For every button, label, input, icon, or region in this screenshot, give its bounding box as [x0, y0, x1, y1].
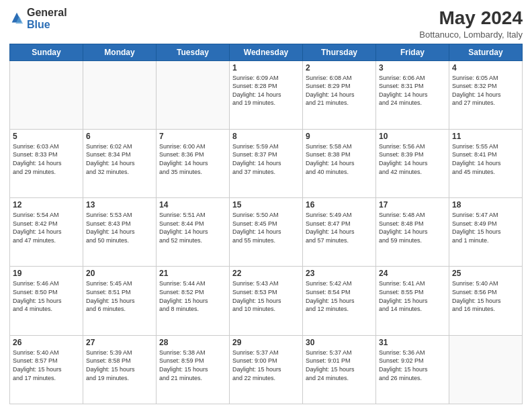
table-row: 22Sunrise: 5:43 AM Sunset: 8:53 PM Dayli…	[230, 267, 303, 335]
table-row: 17Sunrise: 5:48 AM Sunset: 8:48 PM Dayli…	[376, 198, 449, 267]
day-number: 27	[86, 338, 153, 347]
day-detail: Sunrise: 5:36 AM Sunset: 9:02 PM Dayligh…	[379, 349, 446, 382]
header: General Blue May 2024 Bottanuco, Lombard…	[9, 7, 523, 40]
day-number: 7	[159, 132, 226, 141]
table-row: 10Sunrise: 5:56 AM Sunset: 8:39 PM Dayli…	[376, 129, 449, 197]
day-detail: Sunrise: 5:49 AM Sunset: 8:47 PM Dayligh…	[306, 211, 373, 244]
table-row: 13Sunrise: 5:53 AM Sunset: 8:43 PM Dayli…	[83, 198, 157, 267]
table-row: 15Sunrise: 5:50 AM Sunset: 8:45 PM Dayli…	[230, 198, 303, 267]
table-row: 26Sunrise: 5:40 AM Sunset: 8:57 PM Dayli…	[10, 335, 83, 404]
logo-text: General Blue	[27, 7, 67, 30]
day-detail: Sunrise: 5:40 AM Sunset: 8:56 PM Dayligh…	[452, 279, 519, 313]
day-number: 4	[452, 63, 519, 73]
day-detail: Sunrise: 5:50 AM Sunset: 8:45 PM Dayligh…	[232, 211, 300, 244]
day-number: 2	[306, 63, 373, 73]
day-number: 28	[159, 338, 226, 347]
day-number: 24	[379, 269, 446, 278]
col-tuesday: Tuesday	[157, 44, 230, 60]
day-detail: Sunrise: 5:37 AM Sunset: 9:01 PM Dayligh…	[306, 349, 373, 382]
table-row: 31Sunrise: 5:36 AM Sunset: 9:02 PM Dayli…	[376, 335, 449, 404]
title-block: May 2024 Bottanuco, Lombardy, Italy	[419, 7, 523, 40]
day-number: 16	[306, 200, 373, 210]
logo-general-text: General	[27, 7, 67, 19]
day-detail: Sunrise: 6:00 AM Sunset: 8:36 PM Dayligh…	[159, 142, 226, 176]
table-row: 8Sunrise: 5:59 AM Sunset: 8:37 PM Daylig…	[230, 129, 303, 197]
day-number: 14	[159, 200, 226, 210]
table-row: 14Sunrise: 5:51 AM Sunset: 8:44 PM Dayli…	[157, 198, 230, 267]
table-row: 25Sunrise: 5:40 AM Sunset: 8:56 PM Dayli…	[449, 267, 523, 335]
table-row: 4Sunrise: 6:05 AM Sunset: 8:32 PM Daylig…	[449, 60, 523, 129]
day-number: 6	[86, 132, 153, 141]
day-number: 18	[452, 200, 519, 210]
day-number: 23	[306, 269, 373, 278]
day-detail: Sunrise: 5:46 AM Sunset: 8:50 PM Dayligh…	[13, 279, 80, 313]
table-row: 24Sunrise: 5:41 AM Sunset: 8:55 PM Dayli…	[376, 267, 449, 335]
day-detail: Sunrise: 5:56 AM Sunset: 8:39 PM Dayligh…	[379, 142, 446, 176]
day-detail: Sunrise: 5:53 AM Sunset: 8:43 PM Dayligh…	[86, 211, 153, 244]
col-thursday: Thursday	[303, 44, 376, 60]
table-row: 28Sunrise: 5:38 AM Sunset: 8:59 PM Dayli…	[157, 335, 230, 404]
col-monday: Monday	[83, 44, 157, 60]
calendar-week-row: 19Sunrise: 5:46 AM Sunset: 8:50 PM Dayli…	[10, 267, 523, 335]
day-detail: Sunrise: 5:55 AM Sunset: 8:41 PM Dayligh…	[452, 142, 519, 176]
day-number: 30	[306, 338, 373, 347]
day-number: 25	[452, 269, 519, 278]
table-row: 29Sunrise: 5:37 AM Sunset: 9:00 PM Dayli…	[230, 335, 303, 404]
table-row: 30Sunrise: 5:37 AM Sunset: 9:01 PM Dayli…	[303, 335, 376, 404]
table-row: 21Sunrise: 5:44 AM Sunset: 8:52 PM Dayli…	[157, 267, 230, 335]
day-number: 19	[13, 269, 80, 278]
day-number: 13	[86, 200, 153, 210]
day-number: 29	[232, 338, 300, 347]
day-detail: Sunrise: 5:51 AM Sunset: 8:44 PM Dayligh…	[159, 211, 226, 244]
day-number: 15	[232, 200, 300, 210]
day-number: 17	[379, 200, 446, 210]
table-row: 20Sunrise: 5:45 AM Sunset: 8:51 PM Dayli…	[83, 267, 157, 335]
day-detail: Sunrise: 5:45 AM Sunset: 8:51 PM Dayligh…	[86, 279, 153, 313]
table-row	[157, 60, 230, 129]
col-saturday: Saturday	[449, 44, 523, 60]
day-detail: Sunrise: 5:43 AM Sunset: 8:53 PM Dayligh…	[232, 279, 300, 313]
calendar-header-row: Sunday Monday Tuesday Wednesday Thursday…	[10, 44, 523, 60]
day-detail: Sunrise: 5:44 AM Sunset: 8:52 PM Dayligh…	[159, 279, 226, 313]
day-number: 31	[379, 338, 446, 347]
day-number: 11	[452, 132, 519, 141]
table-row: 5Sunrise: 6:03 AM Sunset: 8:33 PM Daylig…	[10, 129, 83, 197]
table-row: 2Sunrise: 6:08 AM Sunset: 8:29 PM Daylig…	[303, 60, 376, 129]
table-row: 9Sunrise: 5:58 AM Sunset: 8:38 PM Daylig…	[303, 129, 376, 197]
table-row	[10, 60, 83, 129]
day-detail: Sunrise: 6:05 AM Sunset: 8:32 PM Dayligh…	[452, 74, 519, 107]
day-number: 12	[13, 200, 80, 210]
day-detail: Sunrise: 5:39 AM Sunset: 8:58 PM Dayligh…	[86, 349, 153, 382]
calendar-week-row: 1Sunrise: 6:09 AM Sunset: 8:28 PM Daylig…	[10, 60, 523, 129]
day-number: 9	[306, 132, 373, 141]
calendar-week-row: 5Sunrise: 6:03 AM Sunset: 8:33 PM Daylig…	[10, 129, 523, 197]
table-row: 27Sunrise: 5:39 AM Sunset: 8:58 PM Dayli…	[83, 335, 157, 404]
day-detail: Sunrise: 5:47 AM Sunset: 8:49 PM Dayligh…	[452, 211, 519, 244]
calendar-week-row: 26Sunrise: 5:40 AM Sunset: 8:57 PM Dayli…	[10, 335, 523, 404]
day-detail: Sunrise: 6:06 AM Sunset: 8:31 PM Dayligh…	[379, 74, 446, 107]
day-number: 26	[13, 338, 80, 347]
table-row: 3Sunrise: 6:06 AM Sunset: 8:31 PM Daylig…	[376, 60, 449, 129]
col-friday: Friday	[376, 44, 449, 60]
day-number: 8	[232, 132, 300, 141]
table-row: 6Sunrise: 6:02 AM Sunset: 8:34 PM Daylig…	[83, 129, 157, 197]
calendar-table: Sunday Monday Tuesday Wednesday Thursday…	[9, 44, 523, 404]
table-row	[83, 60, 157, 129]
day-detail: Sunrise: 6:02 AM Sunset: 8:34 PM Dayligh…	[86, 142, 153, 176]
day-number: 22	[232, 269, 300, 278]
day-number: 3	[379, 63, 446, 73]
table-row: 18Sunrise: 5:47 AM Sunset: 8:49 PM Dayli…	[449, 198, 523, 267]
day-detail: Sunrise: 5:42 AM Sunset: 8:54 PM Dayligh…	[306, 279, 373, 313]
day-detail: Sunrise: 6:09 AM Sunset: 8:28 PM Dayligh…	[232, 74, 300, 107]
day-number: 21	[159, 269, 226, 278]
location-subtitle: Bottanuco, Lombardy, Italy	[419, 30, 523, 40]
day-detail: Sunrise: 6:03 AM Sunset: 8:33 PM Dayligh…	[13, 142, 80, 176]
day-detail: Sunrise: 5:41 AM Sunset: 8:55 PM Dayligh…	[379, 279, 446, 313]
day-detail: Sunrise: 5:40 AM Sunset: 8:57 PM Dayligh…	[13, 349, 80, 382]
table-row: 23Sunrise: 5:42 AM Sunset: 8:54 PM Dayli…	[303, 267, 376, 335]
table-row: 12Sunrise: 5:54 AM Sunset: 8:42 PM Dayli…	[10, 198, 83, 267]
day-number: 20	[86, 269, 153, 278]
col-wednesday: Wednesday	[230, 44, 303, 60]
day-number: 10	[379, 132, 446, 141]
table-row: 19Sunrise: 5:46 AM Sunset: 8:50 PM Dayli…	[10, 267, 83, 335]
